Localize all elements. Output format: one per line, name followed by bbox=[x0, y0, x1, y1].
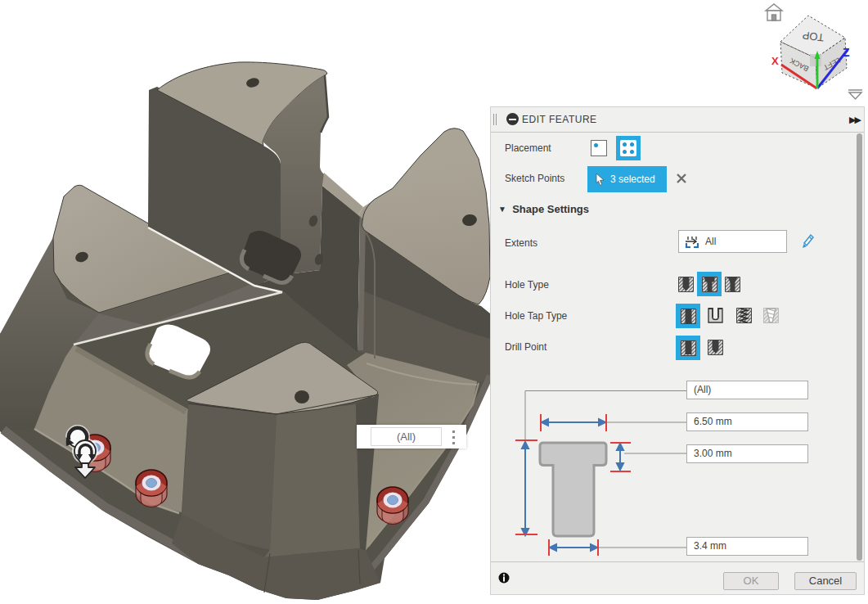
svg-text:Z: Z bbox=[843, 46, 850, 59]
svg-text:TOP: TOP bbox=[802, 29, 825, 43]
svg-text:X: X bbox=[771, 55, 779, 67]
